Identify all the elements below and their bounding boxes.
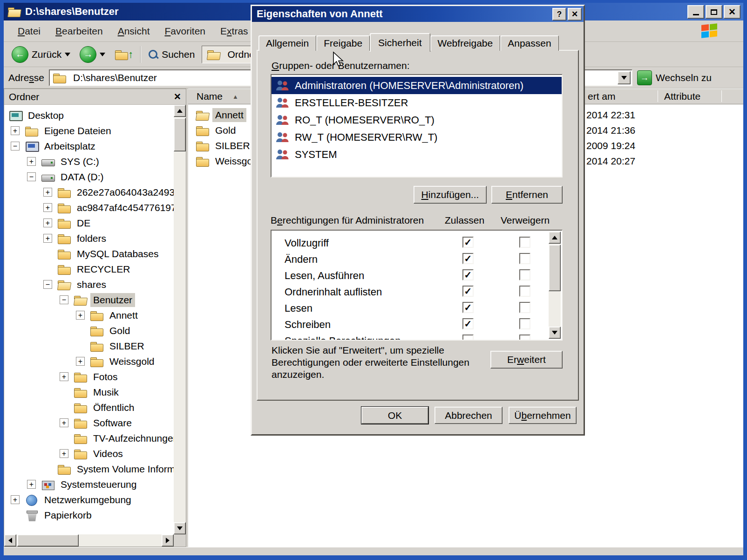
collapse-minus-icon[interactable] [11, 142, 20, 150]
apply-button[interactable]: Übernehmen [509, 407, 577, 424]
tree-item-system-volume[interactable]: System Volume Informa [4, 461, 186, 477]
tree-item-tv[interactable]: TV-Aufzeichnungen [4, 430, 186, 446]
tree-item-fotos[interactable]: Fotos [4, 369, 186, 384]
tree-vertical-scrollbar[interactable] [174, 105, 186, 534]
expand-plus-icon[interactable] [60, 372, 68, 381]
deny-checkbox[interactable] [519, 335, 530, 341]
tab-freigabe[interactable]: Freigabe [316, 35, 370, 51]
tab-sicherheit[interactable]: Sicherheit [370, 33, 430, 52]
tree-item-musik[interactable]: Musik [4, 384, 186, 400]
tree-item-eigene-dateien[interactable]: Eigene Dateien [4, 123, 186, 138]
tab-webfreigabe[interactable]: Webfreigabe [430, 35, 501, 51]
tree-item-mysql[interactable]: MySQL Databases [4, 246, 186, 261]
tree-item-desktop[interactable]: Desktop [4, 108, 186, 123]
column-separator[interactable] [658, 90, 658, 102]
tree-item-oeffentlich[interactable]: Öffentlich [4, 400, 186, 415]
scroll-up-button[interactable] [549, 232, 561, 244]
scrollbar-thumb[interactable] [549, 245, 561, 291]
tree-item-netzwerkumgebung[interactable]: Netzwerkumgebung [4, 492, 186, 507]
tree-item-de[interactable]: DE [4, 215, 186, 231]
tree-item-silber[interactable]: SILBER [4, 338, 186, 354]
search-button[interactable]: Suchen [146, 48, 197, 61]
scroll-down-button[interactable] [174, 522, 186, 534]
permissions-scrollbar[interactable] [549, 232, 561, 339]
expand-plus-icon[interactable] [76, 311, 85, 320]
expand-plus-icon[interactable] [43, 234, 52, 243]
permissions-list[interactable]: Vollzugriff ✓ Ändern ✓ Lesen, Ausführen … [271, 230, 563, 341]
back-button[interactable]: ← Zurück [9, 45, 73, 64]
expand-plus-icon[interactable] [11, 126, 20, 135]
ok-button[interactable]: OK [361, 407, 428, 424]
maximize-button[interactable] [706, 5, 722, 19]
menu-extras[interactable]: Extras [213, 23, 256, 40]
tree-item-arbeitsplatz[interactable]: Arbeitsplatz [4, 138, 186, 154]
menu-favoriten[interactable]: Favoriten [157, 23, 213, 40]
deny-checkbox[interactable] [519, 286, 530, 297]
cancel-button[interactable]: Abbrechen [435, 407, 503, 424]
tree-item-folders[interactable]: folders [4, 231, 186, 246]
tab-allgemein[interactable]: Allgemein [258, 35, 316, 51]
expand-plus-icon[interactable] [43, 219, 52, 227]
tree-item-sys-c[interactable]: SYS (C:) [4, 154, 186, 169]
scroll-down-button[interactable] [549, 327, 561, 339]
tree-item-systemsteuerung[interactable]: Systemsteuerung [4, 477, 186, 492]
scroll-left-button[interactable] [4, 534, 16, 546]
tree-item-videos[interactable]: Videos [4, 446, 186, 461]
tree-item-recycler[interactable]: RECYCLER [4, 261, 186, 277]
allow-checkbox[interactable]: ✓ [462, 237, 474, 248]
expand-plus-icon[interactable] [43, 188, 52, 197]
tree-item[interactable]: ac9847af4c454776197 [4, 200, 186, 215]
acl-entry-ro-t[interactable]: RO_T (HOMESERVER\RO_T) [272, 111, 562, 129]
tab-anpassen[interactable]: Anpassen [500, 35, 558, 51]
tree-item-data-d[interactable]: DATA (D:) [4, 169, 186, 184]
scrollbar-thumb[interactable] [17, 534, 79, 546]
tree-item-shares[interactable]: shares [4, 277, 186, 292]
tree-item-gold[interactable]: Gold [4, 323, 186, 338]
close-folders-button[interactable]: ✕ [174, 91, 181, 102]
menu-bearbeiten[interactable]: Bearbeiten [48, 23, 110, 40]
column-header-modified[interactable]: ert am [588, 91, 616, 102]
dialog-close-button[interactable]: ✕ [568, 8, 582, 20]
deny-checkbox[interactable] [519, 253, 530, 264]
close-button[interactable]: ✕ [724, 5, 740, 19]
expand-plus-icon[interactable] [76, 357, 85, 366]
deny-checkbox[interactable] [519, 318, 530, 329]
add-button[interactable]: Hinzufügen... [414, 186, 487, 204]
expand-plus-icon[interactable] [11, 495, 20, 504]
scrollbar-thumb[interactable] [174, 118, 186, 151]
go-button[interactable]: → [637, 70, 652, 85]
deny-checkbox[interactable] [519, 237, 530, 248]
allow-checkbox[interactable] [462, 335, 474, 341]
column-header-attributes[interactable]: Attribute [664, 91, 700, 102]
acl-entry-system[interactable]: SYSTEM [272, 146, 562, 163]
tree-item-papierkorb[interactable]: Papierkorb [4, 507, 186, 523]
allow-checkbox[interactable]: ✓ [462, 269, 474, 280]
allow-checkbox[interactable]: ✓ [462, 302, 474, 313]
tree-item[interactable]: 262e27a064043a24932 [4, 184, 186, 200]
tree-item-annett[interactable]: Annett [4, 307, 186, 323]
scroll-right-button[interactable] [162, 534, 174, 546]
scroll-up-button[interactable] [174, 105, 186, 117]
allow-checkbox[interactable]: ✓ [462, 318, 474, 329]
collapse-minus-icon[interactable] [60, 295, 68, 304]
expand-plus-icon[interactable] [43, 203, 52, 212]
help-button[interactable]: ? [552, 8, 566, 20]
tree-item-weissgold[interactable]: Weissgold [4, 354, 186, 369]
column-header-name[interactable]: Name [197, 91, 223, 102]
forward-button[interactable]: → [77, 45, 108, 64]
acl-entry-ersteller[interactable]: ERSTELLER-BESITZER [272, 94, 562, 111]
allow-checkbox[interactable]: ✓ [462, 253, 474, 264]
advanced-button[interactable]: Erweitert [490, 351, 563, 369]
expand-plus-icon[interactable] [27, 480, 36, 489]
tree-horizontal-scrollbar[interactable] [4, 534, 174, 546]
tree-item-benutzer[interactable]: Benutzer [4, 292, 186, 307]
group-user-list[interactable]: Administratoren (HOMESERVER\Administrato… [271, 74, 563, 178]
collapse-minus-icon[interactable] [43, 280, 52, 289]
deny-checkbox[interactable] [519, 269, 530, 280]
minimize-button[interactable] [687, 5, 704, 19]
expand-plus-icon[interactable] [60, 449, 68, 458]
remove-button[interactable]: Entfernen [491, 186, 563, 204]
expand-plus-icon[interactable] [60, 418, 68, 427]
deny-checkbox[interactable] [519, 302, 530, 313]
allow-checkbox[interactable]: ✓ [462, 286, 474, 297]
